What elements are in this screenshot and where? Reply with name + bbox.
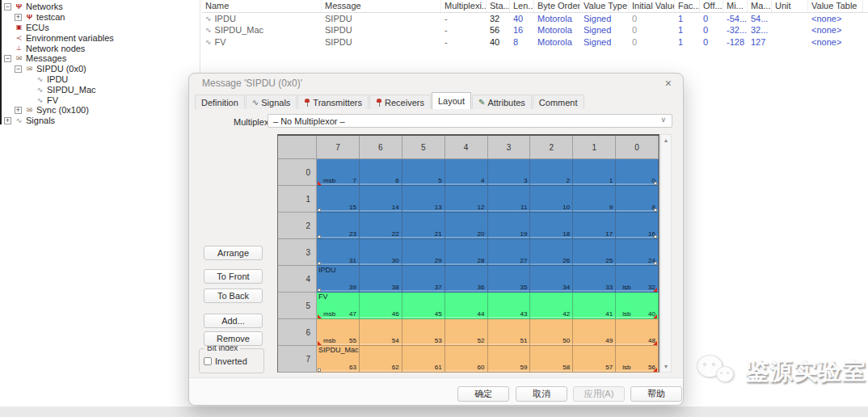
bit-cell[interactable]: 61 bbox=[402, 346, 445, 373]
bit-cell[interactable]: 42 bbox=[530, 293, 573, 319]
tab-definition[interactable]: Definition bbox=[195, 95, 245, 109]
tree-item-ipdu[interactable]: ∿IPDU bbox=[2, 74, 200, 85]
bit-cell[interactable]: 20 bbox=[445, 213, 488, 239]
bit-cell[interactable]: 34 bbox=[530, 266, 573, 293]
inverted-checkbox[interactable] bbox=[204, 357, 212, 365]
bit-cell[interactable]: 17 bbox=[573, 213, 616, 239]
bit-cell[interactable]: 7msb bbox=[317, 159, 360, 186]
bit-cell[interactable]: 4 bbox=[445, 159, 488, 186]
bit-cell[interactable]: 39IPDU bbox=[317, 266, 360, 293]
table-row[interactable]: ∿SIPDU_MacSIPDU-5616MotorolaSigned010-32… bbox=[202, 24, 868, 36]
bit-cell[interactable]: 36 bbox=[445, 266, 488, 293]
column-header-byte-order[interactable]: Byte Order bbox=[534, 0, 580, 12]
bit-cell[interactable]: 30 bbox=[360, 239, 402, 266]
collapse-icon[interactable]: − bbox=[4, 3, 11, 11]
tree-item-sync-0x100[interactable]: +✉Sync (0x100) bbox=[2, 105, 200, 116]
column-header-len[interactable]: Len... bbox=[510, 0, 534, 12]
bit-cell[interactable]: 16 bbox=[616, 213, 659, 239]
bit-cell[interactable]: 60 bbox=[445, 346, 488, 373]
inverted-option[interactable]: Inverted bbox=[204, 356, 247, 366]
table-row[interactable]: ∿IPDUSIPDU-3240MotorolaSigned010-54...54… bbox=[202, 13, 868, 24]
bit-cell[interactable]: 3 bbox=[488, 159, 531, 186]
to-back-button[interactable]: To Back bbox=[204, 289, 263, 303]
column-header-message[interactable]: Message bbox=[322, 0, 441, 12]
matrix-scrollbar[interactable]: ▲ ▼ bbox=[660, 134, 672, 373]
column-header-name[interactable]: Name bbox=[202, 0, 322, 12]
bit-cell[interactable]: 54 bbox=[360, 319, 402, 346]
bit-cell[interactable]: 43 bbox=[488, 293, 531, 319]
bit-cell[interactable]: 50 bbox=[530, 319, 573, 346]
ok-button[interactable]: 确定 bbox=[457, 386, 509, 402]
scroll-down-icon[interactable]: ▼ bbox=[661, 364, 671, 369]
bit-cell[interactable]: 12 bbox=[445, 186, 488, 213]
bit-cell[interactable]: 11 bbox=[488, 186, 531, 213]
tree-item-fv[interactable]: ∿FV bbox=[2, 95, 200, 105]
table-row[interactable]: ∿FVSIPDU-408MotorolaSigned010-128127<non… bbox=[202, 36, 868, 48]
tab-attributes[interactable]: ✎Attributes bbox=[472, 95, 532, 109]
bit-cell[interactable]: 35 bbox=[488, 266, 531, 293]
column-header-value-table[interactable]: Value Table bbox=[808, 0, 863, 12]
bit-cell[interactable]: 10 bbox=[530, 186, 573, 213]
bit-cell[interactable]: 0 bbox=[616, 159, 659, 186]
bit-cell[interactable]: 25 bbox=[573, 239, 616, 266]
tree-item-testcan[interactable]: +Ψtestcan bbox=[2, 12, 200, 23]
bit-cell[interactable]: 55msb bbox=[317, 319, 360, 346]
bit-cell[interactable]: 51 bbox=[488, 319, 531, 346]
bit-cell[interactable]: 14 bbox=[360, 186, 402, 213]
remove-button[interactable]: Remove bbox=[204, 331, 263, 346]
bit-cell[interactable]: 33 bbox=[573, 266, 616, 293]
expand-icon[interactable]: + bbox=[15, 107, 22, 114]
arrange-button[interactable]: Arrange bbox=[204, 246, 263, 260]
bit-matrix[interactable]: 7654321007msb654321011514131211109822322… bbox=[277, 134, 659, 373]
close-icon[interactable]: × bbox=[665, 77, 672, 90]
bit-cell[interactable]: 28 bbox=[445, 239, 488, 266]
tab-receivers[interactable]: Receivers bbox=[369, 95, 431, 109]
tree-item-environment-variables[interactable]: ≺Environment variables bbox=[2, 32, 200, 43]
bit-cell[interactable]: 8 bbox=[616, 186, 659, 213]
bit-cell[interactable]: 6 bbox=[360, 159, 402, 186]
tab-layout[interactable]: Layout bbox=[432, 92, 471, 109]
bit-cell[interactable]: 15 bbox=[317, 186, 360, 213]
bit-cell[interactable]: 27 bbox=[488, 239, 531, 266]
bit-cell[interactable]: 46 bbox=[360, 293, 402, 319]
collapse-icon[interactable]: − bbox=[4, 55, 11, 62]
tab-signals[interactable]: ∿Signals bbox=[246, 95, 297, 109]
tree-item-sipdu-0x0[interactable]: −✉SIPDU (0x0) bbox=[2, 64, 200, 74]
bit-cell[interactable]: 56lsb bbox=[616, 346, 659, 373]
bit-cell[interactable]: 57 bbox=[573, 346, 616, 373]
collapse-icon[interactable]: − bbox=[15, 65, 22, 73]
bit-cell[interactable]: 29 bbox=[402, 239, 445, 266]
tab-comment[interactable]: Comment bbox=[533, 95, 584, 109]
bit-cell[interactable]: 47msbFV bbox=[317, 293, 360, 319]
bit-cell[interactable]: 38 bbox=[360, 266, 402, 293]
bit-cell[interactable]: 22 bbox=[360, 213, 402, 239]
bit-cell[interactable]: 63SIPDU_Mac bbox=[317, 346, 360, 373]
tree-item-messages[interactable]: −✉Messages bbox=[2, 53, 200, 64]
tree-item-sipdu-mac[interactable]: ∿SIPDU_Mac bbox=[2, 84, 200, 95]
bit-cell[interactable]: 37 bbox=[402, 266, 445, 293]
expand-icon[interactable]: + bbox=[15, 14, 22, 21]
help-button[interactable]: 帮助 bbox=[630, 386, 682, 402]
tree-item-network-nodes[interactable]: ⊥Network nodes bbox=[2, 43, 200, 53]
bit-cell[interactable]: 58 bbox=[530, 346, 573, 373]
column-header-sta[interactable]: Sta... bbox=[487, 0, 510, 12]
bit-cell[interactable]: 59 bbox=[488, 346, 531, 373]
bit-cell[interactable]: 53 bbox=[402, 319, 445, 346]
to-front-button[interactable]: To Front bbox=[204, 269, 263, 284]
bit-cell[interactable]: 32lsb bbox=[616, 266, 659, 293]
column-header-fac[interactable]: Fac... bbox=[675, 0, 700, 12]
tree-item-signals[interactable]: +∿Signals bbox=[2, 116, 200, 126]
column-header-unit[interactable]: Unit bbox=[772, 0, 808, 12]
cancel-button[interactable]: 取消 bbox=[516, 386, 567, 402]
bit-cell[interactable]: 31 bbox=[317, 239, 360, 266]
column-header-initial-value[interactable]: Initial Value bbox=[629, 0, 675, 12]
add-button[interactable]: Add... bbox=[204, 314, 263, 328]
bit-cell[interactable]: 23 bbox=[317, 213, 360, 239]
bit-cell[interactable]: 9 bbox=[573, 186, 616, 213]
column-header-off[interactable]: Off... bbox=[700, 0, 723, 12]
bit-cell[interactable]: 40lsb bbox=[616, 293, 659, 319]
scroll-up-icon[interactable]: ▲ bbox=[661, 137, 671, 143]
bit-cell[interactable]: 1 bbox=[573, 159, 616, 186]
bit-cell[interactable]: 21 bbox=[402, 213, 445, 239]
bit-cell[interactable]: 13 bbox=[402, 186, 445, 213]
